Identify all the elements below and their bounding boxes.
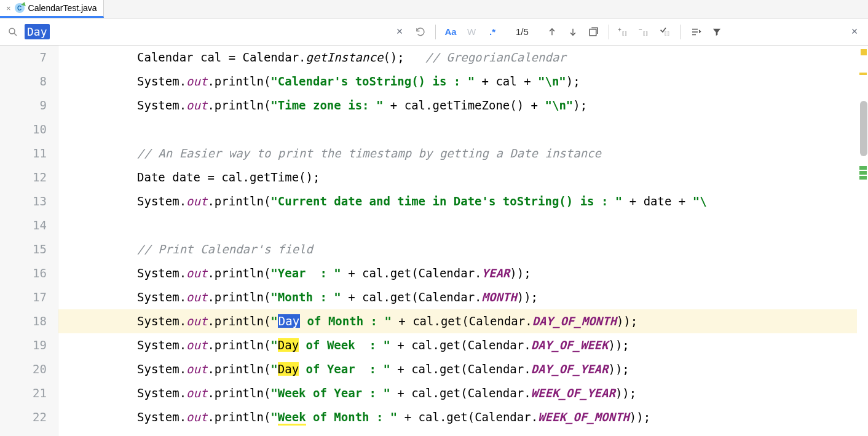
code-line[interactable]: System.out.println("Time zone is: " + ca… <box>58 93 868 117</box>
match-case-toggle[interactable]: Aa <box>442 23 459 41</box>
code-line[interactable]: System.out.println("Year : " + cal.get(C… <box>58 261 868 285</box>
separator <box>435 25 436 39</box>
java-class-icon: C <box>15 3 25 13</box>
match-marker[interactable] <box>859 171 867 175</box>
search-icon[interactable] <box>5 26 21 38</box>
find-bar: Day × Aa W .* 1/5 +⟦⟧ −⟦⟧ ⟦⟧ × <box>0 18 868 46</box>
code-line[interactable] <box>58 117 868 141</box>
match-count: 1/5 <box>505 26 540 37</box>
code-line-current-match[interactable]: System.out.println("Day of Month : " + c… <box>58 309 868 333</box>
line-number: 17 <box>0 285 47 309</box>
line-number: 12 <box>0 165 47 189</box>
tab-filename: CalendarTest.java <box>28 3 97 13</box>
clear-search-icon[interactable]: × <box>391 23 408 41</box>
line-number-gutter: 7 8 9 10 11 12 13 14 15 16 17 18 19 20 2… <box>0 46 58 436</box>
code-line[interactable]: System.out.println("Calendar's toString(… <box>58 69 868 93</box>
identifier-highlight: Week <box>278 410 306 426</box>
line-number: 11 <box>0 141 47 165</box>
code-line[interactable]: System.out.println("Week of Month : " + … <box>58 405 868 429</box>
code-line[interactable]: Calendar cal = Calendar.getInstance(); /… <box>58 46 868 69</box>
select-all-occurrences-icon[interactable] <box>585 23 602 41</box>
code-line[interactable]: System.out.println("Month : " + cal.get(… <box>58 285 868 309</box>
line-number: 21 <box>0 381 47 405</box>
code-line[interactable] <box>58 213 868 237</box>
match-words-toggle[interactable]: W <box>463 23 480 41</box>
line-number: 13 <box>0 189 47 213</box>
line-number: 14 <box>0 213 47 237</box>
next-match-icon[interactable] <box>564 23 582 41</box>
regex-toggle[interactable]: .* <box>484 23 501 41</box>
search-match-current: Day <box>278 314 300 328</box>
search-query: Day <box>25 24 50 39</box>
select-all-icon[interactable]: ⟦⟧ <box>657 23 674 41</box>
code-line[interactable]: System.out.println("Current date and tim… <box>58 189 868 213</box>
code-line[interactable]: Date date = cal.getTime(); <box>58 165 868 189</box>
line-number: 10 <box>0 117 47 141</box>
filter-icon[interactable] <box>708 23 725 41</box>
warning-marker[interactable] <box>861 49 867 55</box>
code-line[interactable]: System.out.println("Day of Week : " + ca… <box>58 333 868 357</box>
marker-stripe[interactable] <box>857 46 868 436</box>
add-selection-icon[interactable]: +⟦⟧ <box>615 23 633 41</box>
svg-line-1 <box>14 33 17 36</box>
match-marker[interactable] <box>859 176 867 180</box>
line-number: 20 <box>0 357 47 381</box>
code-line[interactable]: // An Easier way to print the timestamp … <box>58 141 868 165</box>
search-input[interactable]: Day <box>25 23 387 41</box>
code-area[interactable]: Calendar cal = Calendar.getInstance(); /… <box>58 46 868 436</box>
code-line[interactable]: // Print Calendar's field <box>58 237 868 261</box>
svg-text:⟦⟧: ⟦⟧ <box>622 30 627 36</box>
svg-point-0 <box>9 28 15 34</box>
line-number: 9 <box>0 93 47 117</box>
editor-tab[interactable]: × C CalendarTest.java <box>0 0 104 18</box>
line-number: 15 <box>0 237 47 261</box>
line-number: 19 <box>0 333 47 357</box>
code-editor[interactable]: 7 8 9 10 11 12 13 14 15 16 17 18 19 20 2… <box>0 46 868 436</box>
prev-match-icon[interactable] <box>543 23 561 41</box>
match-marker[interactable] <box>859 166 867 170</box>
svg-text:⟦⟧: ⟦⟧ <box>643 30 648 36</box>
search-match: Day <box>278 362 299 376</box>
svg-rect-4 <box>590 29 596 36</box>
remove-selection-icon[interactable]: −⟦⟧ <box>636 23 653 41</box>
find-settings-icon[interactable] <box>687 23 704 41</box>
code-line[interactable]: System.out.println("Day of Year : " + ca… <box>58 357 868 381</box>
line-number: 8 <box>0 69 47 93</box>
svg-text:−: − <box>639 26 642 33</box>
warning-marker[interactable] <box>859 73 867 75</box>
line-number: 22 <box>0 405 47 429</box>
line-number: 18 <box>0 309 47 333</box>
close-tab-icon[interactable]: × <box>6 4 11 13</box>
separator <box>609 25 609 39</box>
tab-bar: × C CalendarTest.java <box>0 0 868 18</box>
search-match: Day <box>278 338 299 352</box>
scrollbar-thumb[interactable] <box>860 101 867 156</box>
svg-text:⟦⟧: ⟦⟧ <box>665 30 669 36</box>
close-findbar-icon[interactable]: × <box>846 23 863 41</box>
separator <box>681 25 681 39</box>
line-number: 16 <box>0 261 47 285</box>
search-history-icon[interactable] <box>412 23 429 41</box>
code-line[interactable]: System.out.println("Week of Year : " + c… <box>58 381 868 405</box>
line-number: 7 <box>0 46 47 69</box>
svg-text:+: + <box>618 26 621 33</box>
